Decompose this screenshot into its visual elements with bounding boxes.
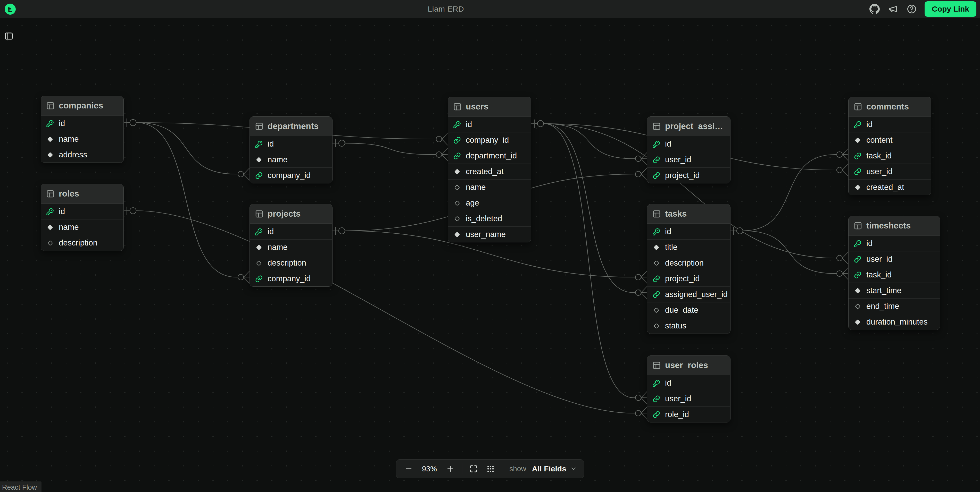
column-name: title bbox=[665, 243, 678, 252]
table-node-tasks[interactable]: tasksidtitledescriptionproject_idassigne… bbox=[647, 204, 730, 334]
column-row-task_id[interactable]: task_id bbox=[848, 148, 931, 163]
foreign-key-link-icon bbox=[652, 171, 660, 179]
column-name: description bbox=[267, 259, 306, 268]
column-row-content[interactable]: content bbox=[848, 132, 931, 148]
table-node-timesheets[interactable]: timesheetsiduser_idtask_idstart_timeend_… bbox=[848, 216, 940, 330]
column-row-id[interactable]: id bbox=[848, 116, 931, 132]
table-header[interactable]: comments bbox=[848, 97, 931, 116]
column-row-name[interactable]: name bbox=[41, 219, 124, 235]
column-row-id[interactable]: id bbox=[448, 116, 531, 132]
column-name: task_id bbox=[866, 270, 892, 279]
column-row-address[interactable]: address bbox=[41, 147, 124, 162]
copy-link-button[interactable]: Copy Link bbox=[924, 1, 977, 17]
fit-view-button[interactable] bbox=[468, 463, 479, 475]
column-row-start_time[interactable]: start_time bbox=[848, 283, 940, 298]
foreign-key-link-icon bbox=[255, 275, 263, 283]
liam-logo-icon[interactable]: Ⱡ bbox=[5, 3, 16, 15]
column-name: id bbox=[267, 227, 274, 236]
column-row-is_deleted[interactable]: is_deleted bbox=[448, 211, 531, 227]
table-node-projects[interactable]: projectsidnamedescriptioncompany_id bbox=[250, 204, 332, 287]
column-row-id[interactable]: id bbox=[41, 203, 124, 219]
column-row-created_at[interactable]: created_at bbox=[448, 163, 531, 179]
column-row-assigned_user_id[interactable]: assigned_user_id bbox=[647, 286, 730, 302]
table-title: users bbox=[466, 102, 488, 111]
zoom-out-button[interactable] bbox=[403, 463, 414, 475]
column-row-name[interactable]: name bbox=[448, 179, 531, 195]
column-row-role_id[interactable]: role_id bbox=[647, 406, 730, 422]
table-header[interactable]: users bbox=[448, 97, 531, 116]
table-header[interactable]: project_assignme... bbox=[647, 117, 730, 136]
column-row-company_id[interactable]: company_id bbox=[250, 167, 332, 183]
table-node-user_roles[interactable]: user_rolesiduser_idrole_id bbox=[647, 356, 730, 422]
table-title: project_assignme... bbox=[665, 121, 725, 131]
table-node-companies[interactable]: companiesidnameaddress bbox=[41, 96, 124, 163]
tidy-up-button[interactable] bbox=[485, 463, 496, 475]
column-row-id[interactable]: id bbox=[250, 136, 332, 152]
react-flow-attribution[interactable]: React Flow bbox=[0, 481, 41, 492]
column-row-id[interactable]: id bbox=[250, 224, 332, 239]
column-name: description bbox=[665, 259, 704, 268]
column-row-company_id[interactable]: company_id bbox=[448, 132, 531, 148]
fields-filter-dropdown[interactable]: All Fields bbox=[532, 465, 577, 473]
column-row-description[interactable]: description bbox=[647, 255, 730, 271]
column-row-user_id[interactable]: user_id bbox=[647, 152, 730, 167]
column-row-project_id[interactable]: project_id bbox=[647, 167, 730, 183]
table-node-project_assignments[interactable]: project_assignme...iduser_idproject_id bbox=[647, 116, 730, 183]
table-header[interactable]: departments bbox=[250, 117, 332, 136]
column-name: created_at bbox=[866, 183, 904, 192]
column-row-description[interactable]: description bbox=[250, 255, 332, 271]
column-name: name bbox=[466, 183, 486, 192]
zoom-in-button[interactable] bbox=[445, 463, 456, 475]
table-title: projects bbox=[267, 209, 301, 219]
column-row-project_id[interactable]: project_id bbox=[647, 271, 730, 286]
column-row-user_id[interactable]: user_id bbox=[647, 391, 730, 406]
column-row-status[interactable]: status bbox=[647, 318, 730, 333]
table-icon bbox=[652, 361, 661, 370]
table-title: comments bbox=[866, 102, 909, 111]
table-header[interactable]: projects bbox=[250, 204, 332, 224]
column-row-user_name[interactable]: user_name bbox=[448, 227, 531, 242]
megaphone-icon[interactable] bbox=[888, 3, 899, 15]
table-header[interactable]: companies bbox=[41, 96, 124, 116]
help-icon[interactable] bbox=[906, 3, 917, 15]
table-node-departments[interactable]: departmentsidnamecompany_id bbox=[250, 116, 332, 183]
table-node-roles[interactable]: rolesidnamedescription bbox=[41, 184, 124, 251]
column-row-id[interactable]: id bbox=[647, 136, 730, 152]
column-row-company_id[interactable]: company_id bbox=[250, 271, 332, 286]
not-null-diamond-icon bbox=[652, 243, 660, 251]
sidebar-toggle-icon[interactable] bbox=[3, 31, 14, 41]
table-header[interactable]: roles bbox=[41, 184, 124, 203]
table-icon bbox=[854, 103, 862, 111]
column-row-duration_minutes[interactable]: duration_minutes bbox=[848, 314, 940, 330]
column-row-id[interactable]: id bbox=[647, 375, 730, 391]
table-header[interactable]: tasks bbox=[647, 204, 730, 224]
column-row-description[interactable]: description bbox=[41, 235, 124, 251]
column-row-user_id[interactable]: user_id bbox=[848, 251, 940, 267]
column-name: name bbox=[59, 222, 79, 232]
github-icon[interactable] bbox=[869, 3, 880, 15]
column-row-created_at[interactable]: created_at bbox=[848, 179, 931, 195]
column-row-name[interactable]: name bbox=[250, 152, 332, 167]
show-label: show bbox=[509, 465, 526, 473]
column-name: company_id bbox=[466, 135, 509, 145]
column-row-id[interactable]: id bbox=[647, 224, 730, 239]
column-row-user_id[interactable]: user_id bbox=[848, 163, 931, 179]
column-row-id[interactable]: id bbox=[41, 116, 124, 131]
column-row-end_time[interactable]: end_time bbox=[848, 298, 940, 314]
column-row-task_id[interactable]: task_id bbox=[848, 267, 940, 283]
table-header[interactable]: timesheets bbox=[848, 216, 940, 235]
table-header[interactable]: user_roles bbox=[647, 356, 730, 375]
table-node-comments[interactable]: commentsidcontenttask_iduser_idcreated_a… bbox=[848, 97, 931, 195]
column-row-title[interactable]: title bbox=[647, 239, 730, 255]
column-row-name[interactable]: name bbox=[41, 131, 124, 147]
column-row-age[interactable]: age bbox=[448, 195, 531, 211]
column-row-name[interactable]: name bbox=[250, 239, 332, 255]
table-node-users[interactable]: usersidcompany_iddepartment_idcreated_at… bbox=[448, 97, 531, 243]
column-row-department_id[interactable]: department_id bbox=[448, 148, 531, 163]
column-row-due_date[interactable]: due_date bbox=[647, 302, 730, 318]
erd-canvas-background[interactable] bbox=[0, 18, 980, 492]
foreign-key-link-icon bbox=[652, 395, 660, 403]
primary-key-icon bbox=[652, 379, 660, 387]
nullable-diamond-icon bbox=[652, 322, 660, 330]
column-row-id[interactable]: id bbox=[848, 235, 940, 251]
